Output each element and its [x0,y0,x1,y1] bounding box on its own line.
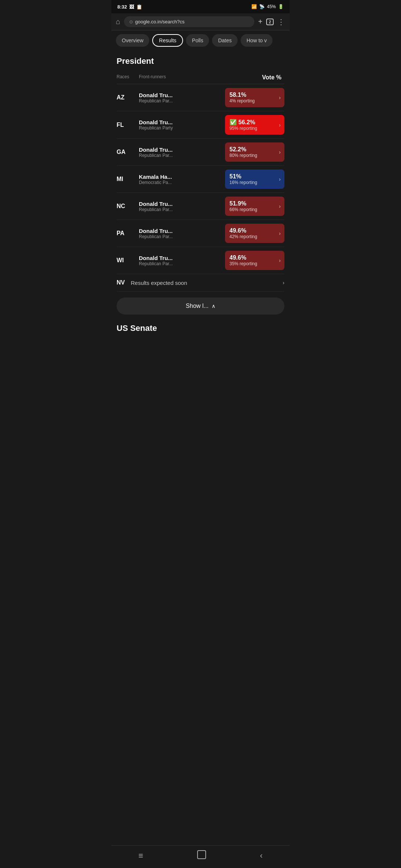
row-chevron-icon: › [279,95,281,101]
vote-info: 58.1% 4% reporting [229,92,255,103]
row-chevron-icon: › [279,257,281,263]
bottom-nav: ≡ ‹ [111,845,290,868]
reporting-label: 42% reporting [229,234,257,239]
status-bar: 8:32 🖼 📋 📶 📡 45% 🔋 [111,0,290,13]
candidate-info: Donald Tru... Republican Party [139,119,225,131]
tab-overview[interactable]: Overview [116,34,149,47]
candidate-party: Republican Party [139,125,225,131]
row-chevron-icon: › [279,122,281,128]
show-more-button[interactable]: Show l... ∧ [117,297,284,315]
vote-box[interactable]: ✅ 56.2% 95% reporting › [225,115,284,135]
state-label: WI [117,257,139,264]
candidate-party: Republican Par... [139,234,225,239]
vote-info: ✅ 56.2% 95% reporting [229,119,257,131]
candidate-party: Democratic Pa... [139,180,225,185]
col-vote-pct: Vote % [225,74,284,81]
reporting-label: 66% reporting [229,207,257,212]
home-nav-button[interactable] [197,850,206,861]
vote-percentage: 56.2% [238,119,255,126]
sim-icon: 📋 [136,4,142,10]
race-row[interactable]: FL Donald Tru... Republican Party ✅ 56.2… [117,111,284,139]
square-icon [197,850,206,859]
add-tab-icon[interactable]: + [258,17,263,26]
vote-percentage: 49.6% [229,254,246,261]
state-label: MI [117,176,139,183]
hamburger-button[interactable]: ≡ [138,851,143,861]
candidate-party: Republican Par... [139,98,225,103]
race-row[interactable]: WI Donald Tru... Republican Par... 49.6%… [117,247,284,274]
vote-percentage: 51% [229,173,241,180]
nv-status: Results expected soon [131,280,187,286]
vote-percentage: 58.1% [229,92,246,98]
candidate-info: Donald Tru... Republican Par... [139,201,225,212]
race-row[interactable]: GA Donald Tru... Republican Par... 52.2%… [117,139,284,166]
browser-actions: + 2 ⋮ [258,17,285,26]
photo-icon: 🖼 [129,4,134,10]
state-label: GA [117,149,139,155]
race-row[interactable]: MI Kamala Ha... Democratic Pa... 51% 16%… [117,166,284,193]
candidate-party: Republican Par... [139,207,225,212]
vote-box[interactable]: 49.6% 35% reporting › [225,251,284,270]
candidate-info: Donald Tru... Republican Par... [139,228,225,239]
status-time: 8:32 🖼 📋 [117,4,142,10]
vote-box[interactable]: 51% 16% reporting › [225,170,284,189]
candidate-info: Donald Tru... Republican Par... [139,147,225,158]
candidate-party: Republican Par... [139,153,225,158]
candidate-name: Donald Tru... [139,255,225,261]
vote-info: 49.6% 35% reporting [229,254,257,266]
menu-icon[interactable]: ⋮ [277,17,285,26]
nv-row-left: NV Results expected soon [117,279,187,286]
table-header: Races Front-runners Vote % [117,73,284,84]
state-label: NC [117,203,139,210]
tab-results[interactable]: Results [152,34,183,47]
vote-info: 51% 16% reporting [229,173,257,185]
candidate-name: Donald Tru... [139,147,225,153]
tab-polls[interactable]: Polls [186,34,209,47]
nv-state: NV [117,279,125,286]
race-row[interactable]: AZ Donald Tru... Republican Par... 58.1%… [117,84,284,111]
candidate-name: Donald Tru... [139,201,225,207]
race-row[interactable]: NC Donald Tru... Republican Par... 51.9%… [117,193,284,220]
row-chevron-icon: › [279,176,281,182]
candidate-name: Donald Tru... [139,119,225,125]
vote-box[interactable]: 52.2% 80% reporting › [225,142,284,162]
vote-box[interactable]: 49.6% 42% reporting › [225,224,284,243]
vote-box[interactable]: 51.9% 66% reporting › [225,197,284,216]
state-label: AZ [117,94,139,101]
winner-check-icon: ✅ [229,119,237,126]
url-bar[interactable]: ⊙ google.co.in/search?cs [124,16,254,27]
candidate-name: Kamala Ha... [139,174,225,180]
signal-icon: 📡 [259,4,265,9]
status-indicators: 📶 📡 45% 🔋 [251,4,284,9]
row-chevron-icon: › [279,230,281,236]
back-icon: ‹ [260,851,263,860]
wifi-icon: 📶 [251,4,257,9]
us-senate-title: US Senate [117,320,284,339]
vote-box[interactable]: 58.1% 4% reporting › [225,88,284,107]
row-chevron-icon: › [279,203,281,209]
tab-dates[interactable]: Dates [212,34,238,47]
tab-howto[interactable]: How to v [241,34,273,47]
state-label: FL [117,122,139,128]
browser-bar: ⌂ ⊙ google.co.in/search?cs + 2 ⋮ [111,13,290,30]
vote-info: 49.6% 42% reporting [229,227,257,239]
chevron-up-icon: ∧ [212,303,215,309]
vote-percentage: 49.6% [229,227,246,234]
candidate-party: Republican Par... [139,261,225,266]
url-text: google.co.in/search?cs [135,19,185,24]
battery-icon: 🔋 [278,4,284,9]
vote-info: 51.9% 66% reporting [229,200,257,212]
back-button[interactable]: ‹ [260,851,263,861]
candidate-info: Kamala Ha... Democratic Pa... [139,174,225,185]
race-row[interactable]: PA Donald Tru... Republican Par... 49.6%… [117,220,284,247]
filter-tabs: Overview Results Polls Dates How to v [111,30,290,50]
nv-row[interactable]: NV Results expected soon › [117,274,284,292]
main-content: President Races Front-runners Vote % AZ … [111,50,290,371]
nv-chevron-icon: › [283,280,284,286]
home-icon[interactable]: ⌂ [116,17,120,26]
tab-count[interactable]: 2 [266,19,274,25]
battery-display: 45% [267,4,276,9]
url-secure-icon: ⊙ [129,19,133,24]
col-races: Races [117,74,139,81]
show-more-label: Show l... [186,303,208,309]
